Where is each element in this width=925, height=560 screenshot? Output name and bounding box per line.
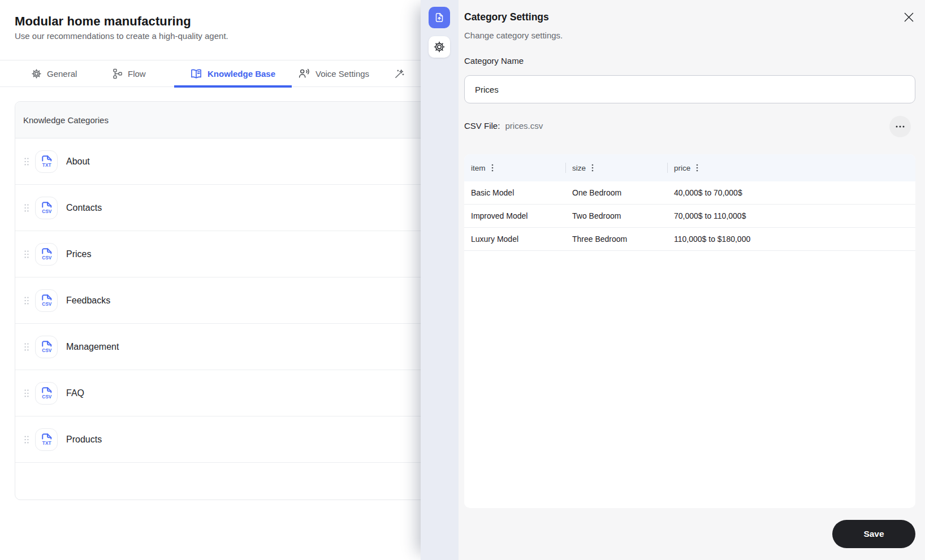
svg-text:CSV: CSV <box>42 394 52 400</box>
category-settings-overlay: Category Settings Change category settin… <box>421 0 925 560</box>
category-name-input[interactable] <box>464 75 915 103</box>
drag-handle-icon[interactable] <box>24 250 29 259</box>
table-row: Basic Model One Bedroom 40,000$ to 70,00… <box>464 181 915 205</box>
knowledge-category-row[interactable]: TXT About <box>15 138 421 185</box>
svg-text:TXT: TXT <box>42 162 51 168</box>
table-row: Luxury Model Three Bedroom 110,000$ to $… <box>464 228 915 251</box>
save-button[interactable]: Save <box>832 520 915 548</box>
table-row: Improved Model Two Bedroom 70,000$ to 11… <box>464 205 915 228</box>
category-label: Feedbacks <box>66 296 110 306</box>
knowledge-category-row[interactable]: CSV Prices <box>15 231 421 277</box>
category-file-button[interactable]: CSV <box>35 243 58 266</box>
svg-text:CSV: CSV <box>42 301 52 307</box>
tab-label: Flow <box>128 69 146 79</box>
tab-knowledge-base[interactable]: Knowledge Base <box>191 60 275 86</box>
cell-price: 110,000$ to $180,000 <box>667 235 915 244</box>
csv-more-options-button[interactable] <box>889 116 911 137</box>
file-csv-icon: CSV <box>39 385 54 401</box>
tab-general[interactable]: General <box>31 60 77 86</box>
svg-text:CSV: CSV <box>42 348 52 353</box>
tab-label: General <box>47 69 77 79</box>
column-label: item <box>471 164 486 172</box>
magic-wand-icon <box>394 68 405 79</box>
file-upload-icon <box>434 12 445 23</box>
table-header-row: item size price <box>464 154 915 181</box>
page-subtitle: Use our recommendations to create a high… <box>15 31 228 41</box>
open-book-icon <box>191 68 202 79</box>
knowledge-category-row[interactable]: CSV Contacts <box>15 185 421 231</box>
side-rail <box>421 0 459 560</box>
category-file-button[interactable]: CSV <box>35 289 58 312</box>
category-file-button[interactable]: TXT <box>35 150 58 173</box>
column-menu-icon[interactable] <box>591 164 594 172</box>
drag-handle-icon[interactable] <box>24 203 29 212</box>
column-separator <box>565 163 566 173</box>
column-header-price: price <box>667 154 915 181</box>
panel-title: Category Settings <box>464 11 549 23</box>
column-label: price <box>674 164 690 172</box>
cell-size: Three Bedroom <box>565 235 667 244</box>
column-header-item: item <box>464 154 565 181</box>
category-label: About <box>66 157 90 167</box>
cell-price: 40,000$ to 70,000$ <box>667 188 915 197</box>
tab-label: Knowledge Base <box>208 69 275 79</box>
csv-file-label: CSV File: <box>464 121 500 131</box>
cell-item: Improved Model <box>464 211 565 220</box>
file-csv-icon: CSV <box>39 200 54 215</box>
column-menu-icon[interactable] <box>696 164 698 172</box>
agent-editor-page: Modular home manufacturing Use our recom… <box>0 0 421 560</box>
file-csv-icon: CSV <box>39 246 54 262</box>
drag-handle-icon[interactable] <box>24 435 29 444</box>
svg-text:CSV: CSV <box>42 209 52 214</box>
knowledge-category-row[interactable]: CSV FAQ <box>15 370 421 416</box>
gear-icon <box>31 68 42 79</box>
column-menu-icon[interactable] <box>491 164 494 172</box>
tab-magic[interactable] <box>394 60 410 86</box>
gear-icon <box>433 41 446 53</box>
category-file-button[interactable]: CSV <box>35 382 58 405</box>
drag-handle-icon[interactable] <box>24 157 29 166</box>
category-label: Contacts <box>66 203 102 213</box>
category-file-button[interactable]: TXT <box>35 428 58 451</box>
drag-handle-icon[interactable] <box>24 342 29 351</box>
close-icon <box>903 11 915 23</box>
category-file-button[interactable]: CSV <box>35 336 58 358</box>
category-label: FAQ <box>66 388 84 398</box>
csv-file-value: prices.csv <box>505 121 543 131</box>
knowledge-category-row[interactable]: CSV Feedbacks <box>15 277 421 324</box>
knowledge-categories-header: Knowledge Categories <box>15 102 421 138</box>
flow-icon <box>113 68 123 79</box>
csv-file-row: CSV File: prices.csv <box>464 121 543 131</box>
knowledge-category-row[interactable]: CSV Management <box>15 324 421 370</box>
category-file-button[interactable]: CSV <box>35 197 58 219</box>
knowledge-categories-card: Knowledge Categories TXT About <box>15 101 421 500</box>
cell-size: Two Bedroom <box>565 211 667 220</box>
category-label: Products <box>66 435 102 445</box>
knowledge-category-row[interactable]: TXT Products <box>15 416 421 463</box>
ellipsis-icon <box>896 125 905 128</box>
category-label: Prices <box>66 249 91 259</box>
voice-icon <box>299 68 310 79</box>
svg-text:TXT: TXT <box>42 440 51 446</box>
column-header-size: size <box>565 154 667 181</box>
page-title: Modular home manufacturing <box>15 14 191 29</box>
csv-preview-table: item size price Basic Model <box>464 154 915 508</box>
tab-flow[interactable]: Flow <box>113 60 146 86</box>
screen: Modular home manufacturing Use our recom… <box>0 0 925 560</box>
category-settings-panel: Category Settings Change category settin… <box>459 0 925 560</box>
cell-price: 70,000$ to 110,000$ <box>667 211 915 220</box>
category-label: Management <box>66 342 119 352</box>
settings-button[interactable] <box>429 36 450 58</box>
drag-handle-icon[interactable] <box>24 389 29 398</box>
cell-item: Basic Model <box>464 188 565 197</box>
tab-voice-settings[interactable]: Voice Settings <box>299 60 369 86</box>
drag-handle-icon[interactable] <box>24 296 29 305</box>
column-separator <box>667 163 668 173</box>
column-label: size <box>572 164 586 172</box>
tab-bar: General Flow Knowledge Base <box>0 60 421 87</box>
svg-text:CSV: CSV <box>42 255 52 261</box>
close-button[interactable] <box>902 11 915 23</box>
file-csv-icon: CSV <box>39 293 54 308</box>
cell-size: One Bedroom <box>565 188 667 197</box>
file-upload-button[interactable] <box>429 7 450 28</box>
